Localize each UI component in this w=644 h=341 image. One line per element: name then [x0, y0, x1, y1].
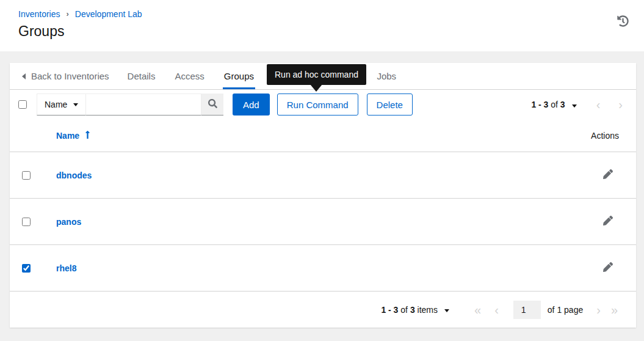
- back-link-label: Back to Inventories: [31, 71, 109, 81]
- group-name-link[interactable]: rhel8: [56, 263, 76, 273]
- breadcrumb: Inventories › Development Lab: [18, 9, 644, 19]
- last-page-button[interactable]: »: [611, 304, 618, 316]
- table-row: panos: [10, 199, 636, 245]
- pencil-icon: [603, 218, 613, 227]
- name-column-header[interactable]: Name: [56, 130, 90, 141]
- name-column-label: Name: [56, 131, 79, 141]
- tab-label: Jobs: [377, 71, 396, 81]
- next-page-button[interactable]: ›: [596, 304, 601, 316]
- groups-panel: Back to Inventories Details Access Group…: [10, 63, 636, 328]
- page-count-label: of 1 page: [548, 305, 583, 315]
- group-table-body: dbnodes panos rhel8: [10, 152, 636, 292]
- search-icon: [208, 99, 217, 110]
- actions-column-header: Actions: [591, 131, 619, 141]
- sort-ascending-icon: [85, 130, 90, 141]
- chevron-down-icon: [73, 103, 78, 106]
- table-row: rhel8: [10, 245, 636, 292]
- back-to-inventories-link[interactable]: Back to Inventories: [22, 63, 109, 89]
- add-button[interactable]: Add: [233, 94, 270, 116]
- current-page-input[interactable]: [513, 301, 541, 319]
- delete-button[interactable]: Delete: [367, 94, 413, 116]
- tab-label: Groups: [224, 71, 254, 81]
- history-button[interactable]: [615, 15, 630, 29]
- group-name-link[interactable]: panos: [56, 217, 81, 227]
- select-all-checkbox[interactable]: [18, 100, 27, 109]
- prev-page-button[interactable]: ‹: [494, 304, 499, 316]
- page-title: Groups: [18, 23, 644, 40]
- bottom-pagination-range: 1 - 3 of 3 items: [381, 305, 438, 315]
- history-icon: [617, 20, 629, 29]
- first-page-button[interactable]: «: [474, 304, 481, 316]
- table-row: dbnodes: [10, 152, 636, 199]
- edit-group-button[interactable]: [601, 260, 615, 276]
- pencil-icon: [603, 265, 613, 274]
- filter-key-label: Name: [45, 100, 67, 109]
- run-ad-hoc-command-tooltip: Run ad hoc command: [267, 64, 366, 85]
- breadcrumb-link-development-lab[interactable]: Development Lab: [75, 9, 142, 19]
- tab-details[interactable]: Details: [126, 63, 157, 89]
- pencil-icon: [603, 172, 613, 181]
- edit-group-button[interactable]: [601, 167, 615, 183]
- bottom-pagination: 1 - 3 of 3 items « ‹ of 1 page › »: [10, 292, 636, 328]
- caret-left-icon: [22, 73, 26, 79]
- tab-label: Access: [175, 71, 204, 81]
- tooltip-text: Run ad hoc command: [275, 70, 358, 79]
- search-input[interactable]: [86, 94, 201, 116]
- page-header: Inventories › Development Lab Groups: [0, 0, 644, 51]
- row-checkbox[interactable]: [22, 264, 31, 273]
- breadcrumb-separator-icon: ›: [66, 9, 68, 18]
- row-checkbox[interactable]: [22, 218, 31, 226]
- top-pagination-range: 1 - 3 of 3: [531, 100, 565, 109]
- tab-label: Details: [128, 71, 156, 81]
- breadcrumb-link-inventories[interactable]: Inventories: [18, 9, 60, 19]
- table-header-row: Name Actions: [10, 119, 636, 152]
- row-checkbox[interactable]: [22, 171, 31, 180]
- search-group: [86, 94, 223, 116]
- items-per-page-dropdown-toggle[interactable]: [443, 304, 450, 315]
- caret-down-icon: [572, 105, 577, 108]
- filter-key-dropdown[interactable]: Name: [37, 94, 86, 116]
- tab-groups[interactable]: Groups: [223, 63, 255, 89]
- caret-down-icon: [444, 309, 449, 312]
- prev-page-button[interactable]: ‹: [596, 98, 601, 111]
- tooltip-caret: [310, 84, 322, 92]
- per-page-dropdown-toggle[interactable]: [571, 99, 578, 111]
- run-command-button[interactable]: Run Command: [277, 94, 358, 116]
- group-name-link[interactable]: dbnodes: [56, 170, 92, 180]
- toolbar: Name Add Run Command Delete 1 - 3 of 3 ‹…: [10, 90, 636, 119]
- tab-jobs[interactable]: Jobs: [375, 63, 397, 89]
- next-page-button[interactable]: ›: [618, 98, 623, 111]
- top-pagination: 1 - 3 of 3 ‹ ›: [531, 98, 623, 111]
- edit-group-button[interactable]: [601, 213, 615, 230]
- search-button[interactable]: [201, 94, 223, 116]
- tab-access[interactable]: Access: [173, 63, 205, 89]
